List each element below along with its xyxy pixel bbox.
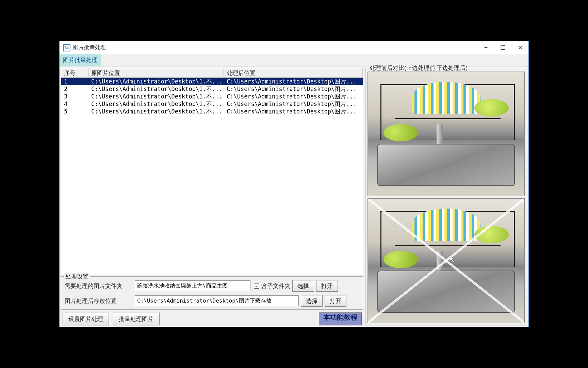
menu-batch-image[interactable]: 图片批量处理	[60, 54, 101, 66]
app-icon: 64	[63, 44, 70, 51]
source-label: 需要处理的图片文件夹	[65, 282, 133, 290]
column-dest[interactable]: 处理后位置	[224, 68, 363, 77]
source-row: 需要处理的图片文件夹 碗筷洗水池收纳盒碗架上方\商品主图 ✓ 含子文件夹 选择 …	[65, 280, 359, 292]
column-seq[interactable]: 序号	[61, 68, 88, 77]
set-processing-button[interactable]: 设置图片处理	[62, 312, 109, 325]
settings-legend: 处理设置	[64, 273, 90, 280]
source-select-button[interactable]: 选择	[292, 280, 314, 292]
action-row: 设置图片处理 批量处理图片 本功能教程	[61, 311, 363, 325]
left-panel: 序号 原图片位置 处理后位置 1C:\Users\Administrator\D…	[61, 68, 363, 325]
preview-group: 处理前后对比(上边处理前,下边处理后) ↖	[365, 68, 527, 325]
table-row[interactable]: 1C:\Users\Administrator\Desktop\1.不...C:…	[61, 78, 363, 85]
close-button[interactable]: ✕	[511, 41, 528, 54]
cell-seq: 5	[61, 108, 88, 115]
cell-dest: C:\Users\Administrator\Desktop\图片...	[224, 100, 363, 108]
preview-before	[368, 72, 525, 196]
table-row[interactable]: 2C:\Users\Administrator\Desktop\1.不...C:…	[61, 85, 363, 93]
client-area: 序号 原图片位置 处理后位置 1C:\Users\Administrator\D…	[60, 66, 528, 327]
cell-seq: 1	[61, 78, 88, 85]
cell-source: C:\Users\Administrator\Desktop\1.不...	[88, 108, 224, 115]
dest-row: 图片处理后存放位置 C:\Users\Administrator\Desktop…	[65, 295, 359, 307]
window-title: 图片批量处理	[73, 44, 106, 51]
cursor-icon: ↖	[449, 256, 455, 264]
source-open-button[interactable]: 打开	[316, 280, 338, 292]
source-path-input[interactable]: 碗筷洗水池收纳盒碗架上方\商品主图	[135, 280, 250, 291]
cell-dest: C:\Users\Administrator\Desktop\图片...	[224, 108, 363, 115]
list-body[interactable]: 1C:\Users\Administrator\Desktop\1.不...C:…	[61, 78, 363, 275]
table-row[interactable]: 4C:\Users\Administrator\Desktop\1.不...C:…	[61, 100, 363, 108]
settings-group: 处理设置 需要处理的图片文件夹 碗筷洗水池收纳盒碗架上方\商品主图 ✓ 含子文件…	[61, 276, 363, 310]
dest-path-input[interactable]: C:\Users\Administrator\Desktop\图片下载存放	[135, 295, 299, 306]
cell-source: C:\Users\Administrator\Desktop\1.不...	[88, 93, 224, 100]
cell-dest: C:\Users\Administrator\Desktop\图片...	[224, 93, 363, 100]
include-subfolder-label: 含子文件夹	[261, 282, 290, 290]
cell-source: C:\Users\Administrator\Desktop\1.不...	[88, 78, 224, 85]
dest-select-button[interactable]: 选择	[301, 295, 323, 307]
cell-source: C:\Users\Administrator\Desktop\1.不...	[88, 85, 224, 93]
preview-legend: 处理前后对比(上边处理前,下边处理后)	[368, 64, 469, 72]
tutorial-button[interactable]: 本功能教程	[319, 312, 362, 325]
dest-label: 图片处理后存放位置	[65, 297, 133, 305]
cell-dest: C:\Users\Administrator\Desktop\图片...	[224, 85, 363, 93]
maximize-button[interactable]: ☐	[494, 41, 511, 54]
table-row[interactable]: 5C:\Users\Administrator\Desktop\1.不...C:…	[61, 108, 363, 115]
cell-dest: C:\Users\Administrator\Desktop\图片...	[224, 78, 363, 85]
cell-seq: 2	[61, 85, 88, 93]
checkbox-icon: ✓	[254, 283, 259, 289]
cell-seq: 4	[61, 100, 88, 108]
preview-after: ↖	[368, 198, 525, 323]
include-subfolder-checkbox[interactable]: ✓ 含子文件夹	[252, 282, 290, 290]
file-listview[interactable]: 序号 原图片位置 处理后位置 1C:\Users\Administrator\D…	[61, 68, 363, 275]
dest-open-button[interactable]: 打开	[325, 295, 346, 307]
list-header: 序号 原图片位置 处理后位置	[61, 68, 363, 78]
batch-process-button[interactable]: 批量处理图片	[113, 312, 160, 325]
table-row[interactable]: 3C:\Users\Administrator\Desktop\1.不...C:…	[61, 93, 363, 100]
column-source[interactable]: 原图片位置	[88, 68, 224, 77]
cell-source: C:\Users\Administrator\Desktop\1.不...	[88, 100, 224, 108]
app-window: 64 图片批量处理 − ☐ ✕ 图片批量处理 序号 原图片位置 处理后位置 1C…	[59, 41, 529, 327]
minimize-button[interactable]: −	[477, 41, 494, 54]
titlebar: 64 图片批量处理 − ☐ ✕	[60, 41, 528, 54]
cell-seq: 3	[61, 93, 88, 100]
